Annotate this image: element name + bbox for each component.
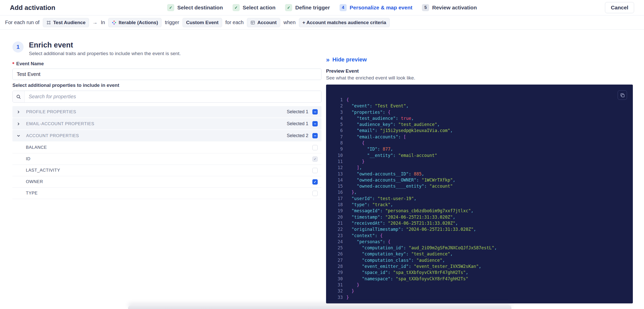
code-line: 5 "audience_key": "test_audience",: [326, 121, 633, 127]
property-checkbox[interactable]: [312, 156, 318, 162]
cancel-button[interactable]: Cancel: [605, 2, 634, 13]
code-line: 22 "originalTimestamp": "2024-06-25T21:3…: [326, 226, 633, 232]
trigger-chip[interactable]: + Account matches audience criteria: [299, 18, 390, 27]
chevron-right-icon[interactable]: [17, 110, 20, 113]
trigger-chip[interactable]: Test Audience: [43, 18, 89, 27]
property-group-label: PROFILE PROPERTIES: [26, 109, 76, 115]
search-input[interactable]: [25, 91, 321, 102]
line-number: 26: [326, 251, 346, 257]
property-group-header[interactable]: EMAIL-ACCOUNT PROPERTIESSelected 1: [12, 118, 321, 129]
step-2[interactable]: Select action: [232, 4, 276, 11]
event-name-input[interactable]: [12, 69, 321, 80]
code-token: "owned-accounts__OWNER":: [346, 177, 422, 183]
chevron-down-icon[interactable]: [17, 134, 20, 137]
code-token: "email":: [346, 127, 380, 134]
code-token: ,: [406, 103, 408, 109]
property-checkbox[interactable]: [312, 179, 318, 185]
line-number: 22: [326, 226, 346, 232]
trigger-chip[interactable]: Custom Event: [183, 18, 222, 27]
group-checkbox[interactable]: [312, 109, 318, 115]
account-icon: [251, 20, 255, 25]
code-token: {: [346, 97, 349, 103]
code-line: 3 "properties": {: [326, 109, 633, 115]
trigger-chip[interactable]: Iterable (Actions): [108, 18, 162, 27]
property-checkbox[interactable]: [312, 145, 318, 150]
code-line: 10 "__entity": "email-account": [326, 152, 633, 158]
chevron-right-icon[interactable]: [17, 122, 20, 125]
code-token: {: [346, 140, 365, 146]
property-group-header[interactable]: PROFILE PROPERTIESSelected 1: [12, 106, 321, 118]
line-number: 2: [326, 103, 346, 109]
property-group-header[interactable]: ACCOUNT PROPERTIESSelected 2: [12, 130, 321, 141]
step-5[interactable]: 5Review activation: [422, 4, 477, 11]
code-line: 8 {: [326, 140, 633, 146]
hide-preview-link[interactable]: Hide preview: [326, 56, 633, 63]
code-token: ,: [494, 245, 497, 251]
iterable-icon: [112, 20, 116, 25]
code-line: 25 "computation_id": "aud_2iO9m2gSFmJNXC…: [326, 245, 633, 251]
step-4[interactable]: 4Personalize & map event: [339, 4, 412, 11]
code-line: 13 "owned-accounts__ID": 885,: [326, 171, 633, 177]
line-number: 25: [326, 245, 346, 251]
code-token: "2024-06-25T21:31:33.020Z": [385, 214, 453, 220]
group-checkbox[interactable]: [312, 121, 318, 126]
line-number: 7: [326, 134, 346, 140]
group-checkbox[interactable]: [312, 133, 318, 138]
code-token: }: [346, 288, 354, 294]
code-line: 30 "namespace": "spa_tXXbfoyvCkY8rF47ghH…: [326, 276, 633, 282]
selected-count: Selected 1: [287, 109, 308, 115]
code-line: 32 }: [326, 288, 633, 294]
trigger-text: when: [283, 20, 296, 25]
code-token: ,: [450, 251, 453, 257]
property-item-label: BALANCE: [26, 145, 47, 150]
code-token: }: [346, 189, 354, 195]
property-group-label: ACCOUNT PROPERTIES: [26, 133, 79, 138]
enrich-section: 1 Enrich event Select additional traits …: [12, 30, 321, 199]
check-icon: [285, 4, 292, 11]
code-token: {: [388, 239, 390, 245]
property-item-label: OWNER: [26, 179, 43, 184]
code-line: 20 "timestamp": "2024-06-25T21:31:33.020…: [326, 214, 633, 220]
property-group-label: EMAIL-ACCOUNT PROPERTIES: [26, 121, 94, 126]
property-checkbox[interactable]: [312, 168, 318, 173]
step-3[interactable]: Define trigger: [285, 4, 330, 11]
step-number-badge: 4: [339, 4, 347, 11]
audience-icon: [46, 20, 51, 25]
code-line: 18 "type": "track",: [326, 202, 633, 208]
line-number: 21: [326, 220, 346, 226]
code-token: "owned-accounts__ID":: [346, 171, 414, 177]
preview-subtitle: See what the enriched event will look li…: [326, 75, 633, 81]
trigger-text: trigger: [165, 20, 179, 25]
code-token: "track": [372, 202, 390, 208]
code-token: "j15i2ysedp@k1euxaIVia.com": [380, 127, 450, 134]
step-1[interactable]: Select destination: [167, 4, 223, 11]
arrow-right-icon: →: [92, 20, 97, 25]
line-number: 13: [326, 171, 346, 177]
line-number: 20: [326, 214, 346, 220]
code-line: 15 "owned-accounts____entity": "account": [326, 183, 633, 189]
trigger-summary-bar: For each run ofTest Audience→InIterable …: [0, 15, 644, 30]
code-line: 28 "event_emitter_id": "event_tester_IVX…: [326, 263, 633, 269]
property-checkbox[interactable]: [312, 191, 318, 196]
line-number: 18: [326, 202, 346, 208]
double-chevron-right-icon: [326, 56, 330, 63]
section-number-badge: 1: [12, 41, 24, 53]
code-line: 29 "space_id": "spa_tXXbfoyvCkY8rF47ghH2…: [326, 269, 633, 275]
trigger-chip[interactable]: Account: [247, 18, 280, 27]
trigger-chip-label: Iterable (Actions): [119, 20, 158, 25]
code-token: "messageId":: [346, 208, 385, 214]
page-title: Add activation: [10, 4, 55, 12]
code-token: "receivedAt":: [346, 220, 388, 226]
code-token: "originalTimestamp":: [346, 226, 406, 232]
code-line: 1{: [326, 97, 633, 103]
check-icon: [232, 4, 240, 11]
section-head: 1 Enrich event Select additional traits …: [12, 41, 321, 56]
code-line: 27 "computation_class": "audience",: [326, 257, 633, 263]
property-search: [12, 91, 321, 103]
copy-button[interactable]: [618, 90, 627, 100]
json-preview-panel: 1{2 "event": "Test Event",3 "properties"…: [326, 85, 633, 303]
code-token: ,: [354, 189, 357, 195]
code-token: ,: [455, 220, 458, 226]
code-line: 2 "event": "Test Event",: [326, 103, 633, 109]
bottom-edge-shadow: [128, 305, 511, 309]
